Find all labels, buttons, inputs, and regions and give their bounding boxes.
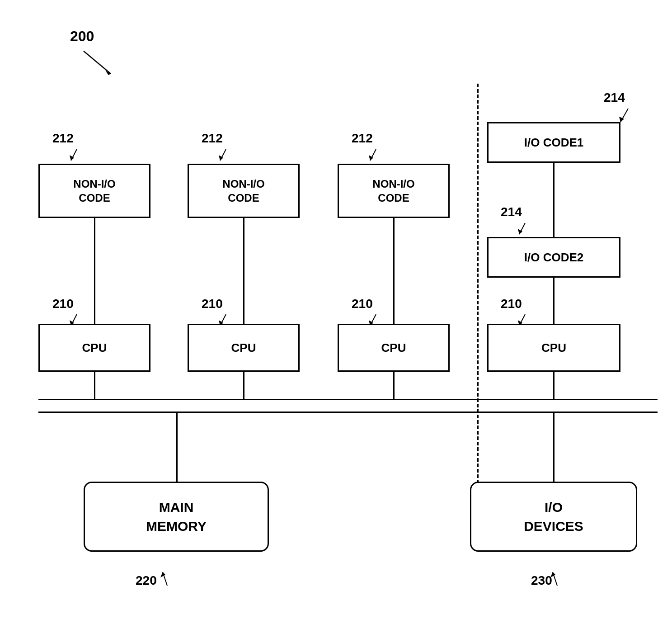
bus-to-iodev [553, 412, 555, 482]
svg-line-0 [84, 51, 111, 74]
cpu1-to-bus [94, 372, 95, 399]
iocode1-box: I/O CODE1 [487, 122, 620, 163]
cpu1-box: CPU [38, 324, 150, 372]
bus-lower [38, 412, 658, 413]
iocode2-ref-arrow [517, 221, 540, 239]
iocode1-ref-arrow [618, 106, 643, 127]
noniocode1-to-cpu1 [94, 218, 95, 324]
diagram: 200 210 CPU 212 NON-I/OCODE 210 CPU 212 [0, 0, 672, 634]
noniocode1-ref-arrow [69, 147, 91, 165]
iodev-ref-arrow [550, 568, 575, 590]
cpu1-ref-label: 210 [52, 297, 74, 311]
cpu2-box: CPU [188, 324, 300, 372]
mainmem-box: MAINMEMORY [84, 482, 269, 552]
cpu3-box: CPU [338, 324, 450, 372]
noniocode3-box: NON-I/OCODE [338, 164, 450, 218]
cpu3-to-bus [393, 372, 395, 399]
iodev-box: I/ODEVICES [470, 482, 637, 552]
noniocode1-box: NON-I/OCODE [38, 164, 150, 218]
cpu4-box: CPU [487, 324, 620, 372]
cpu2-ref-label: 210 [202, 297, 223, 311]
iodev-ref-label: 230 [531, 573, 552, 588]
noniocode3-ref-arrow [368, 147, 390, 165]
noniocode1-ref-label: 212 [52, 131, 74, 146]
cpu2-to-bus [243, 372, 244, 399]
mainmem-ref-arrow [160, 568, 185, 590]
bus-to-mainmem [176, 412, 178, 482]
iocode1-to-iocode2 [553, 163, 555, 237]
noniocode3-ref-label: 212 [352, 131, 373, 146]
iocode1-ref-label: 214 [604, 90, 625, 105]
cpu4-ref-label: 210 [501, 297, 522, 311]
bus-upper [38, 399, 658, 400]
iocode2-ref-label: 214 [501, 205, 522, 219]
dashed-divider [477, 84, 479, 527]
noniocode2-to-cpu2 [243, 218, 244, 324]
diagram-ref-200: 200 [70, 28, 94, 45]
cpu3-ref-label: 210 [352, 297, 373, 311]
ref-200-arrow [79, 49, 120, 80]
iocode2-box: I/O CODE2 [487, 237, 620, 278]
cpu4-to-bus [553, 372, 555, 399]
iocode2-to-cpu4 [553, 278, 555, 324]
noniocode2-ref-label: 212 [202, 131, 223, 146]
mainmem-ref-label: 220 [136, 573, 157, 588]
noniocode2-ref-arrow [218, 147, 240, 165]
noniocode3-to-cpu3 [393, 218, 395, 324]
noniocode2-box: NON-I/OCODE [188, 164, 300, 218]
